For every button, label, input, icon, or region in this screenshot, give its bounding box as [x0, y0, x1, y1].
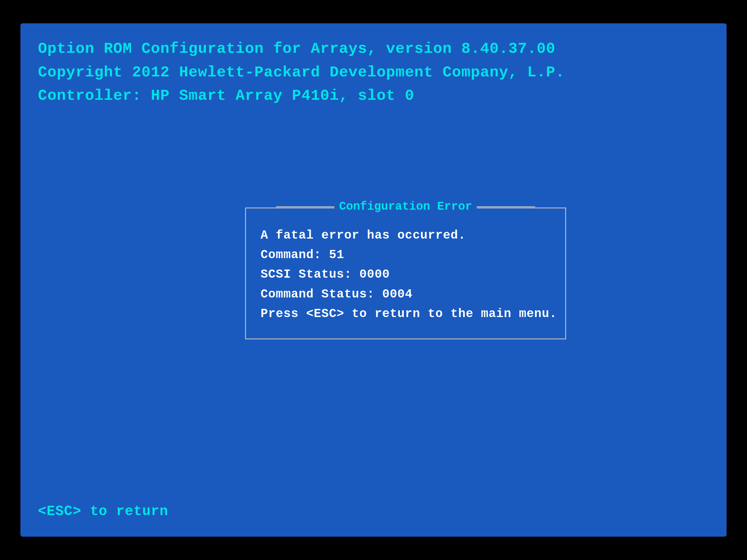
configuration-error-dialog: Configuration Error A fatal error has oc…	[245, 207, 566, 339]
status-text: <ESC> to return	[38, 503, 168, 519]
header-line-1: Option ROM Configuration for Arrays, ver…	[38, 37, 565, 61]
dialog-line-1: Command: 51	[261, 246, 550, 265]
status-bar: <ESC> to return	[38, 503, 168, 519]
bios-screen: Option ROM Configuration for Arrays, ver…	[20, 23, 727, 537]
dialog-line-2: SCSI Status: 0000	[261, 265, 550, 285]
dialog-line-4: Press <ESC> to return to the main menu.	[261, 304, 550, 324]
title-line-right	[477, 206, 535, 207]
header-line-3: Controller: HP Smart Array P410i, slot 0	[38, 84, 565, 108]
dialog-content: A fatal error has occurred. Command: 51 …	[261, 226, 550, 324]
dialog-title-bar: Configuration Error	[276, 200, 535, 213]
dialog-line-3: Command Status: 0004	[261, 285, 550, 304]
header-block: Option ROM Configuration for Arrays, ver…	[38, 37, 565, 108]
dialog-title-text: Configuration Error	[334, 200, 477, 213]
header-line-2: Copyright 2012 Hewlett-Packard Developme…	[38, 61, 565, 85]
title-line-left	[276, 206, 334, 207]
dialog-line-0: A fatal error has occurred.	[261, 226, 550, 245]
